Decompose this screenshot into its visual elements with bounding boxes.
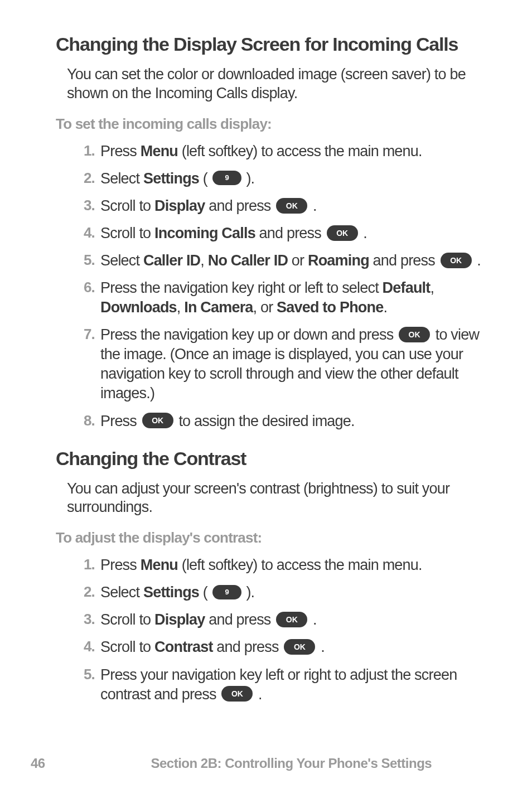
settings-label: Settings [143, 170, 199, 187]
text: . [360, 225, 367, 241]
heading-incoming-calls: Changing the Display Screen for Incoming… [56, 33, 482, 55]
step-1: Press Menu (left softkey) to access the … [72, 555, 482, 575]
text: Select [100, 252, 143, 269]
step-7: Press the navigation key up or down and … [72, 325, 482, 403]
step-6: Press the navigation key right or left t… [72, 278, 482, 317]
step-2: Select Settings ( 9 ). [72, 169, 482, 188]
menu-label: Menu [141, 557, 178, 573]
text: Scroll to [100, 225, 154, 241]
text: and press [205, 611, 275, 628]
key-ok-icon: OK [276, 612, 307, 627]
text: or [288, 252, 308, 269]
section-incoming-calls: Changing the Display Screen for Incoming… [56, 33, 482, 431]
text: . [383, 299, 387, 316]
text: Press your navigation key left or right … [100, 666, 457, 703]
key-ok-icon: OK [399, 327, 430, 342]
text: and press [369, 252, 439, 269]
step-2: Select Settings ( 9 ). [72, 583, 482, 602]
display-label: Display [154, 197, 205, 214]
text: (left softkey) to access the main menu. [178, 557, 422, 573]
label-incoming-calls: To set the incoming calls display: [56, 115, 482, 133]
heading-contrast: Changing the Contrast [56, 448, 482, 470]
key-ok-icon: OK [142, 413, 173, 428]
text: . [254, 686, 262, 703]
text: , [200, 252, 207, 269]
display-label: Display [154, 611, 205, 628]
footer-section-title: Section 2B: Controlling Your Phone's Set… [45, 756, 482, 771]
callerid-label: Caller ID [143, 252, 200, 269]
settings-label: Settings [143, 584, 199, 601]
section-contrast: Changing the Contrast You can adjust you… [56, 448, 482, 704]
label-contrast: To adjust the display's contrast: [56, 529, 482, 546]
roaming-label: Roaming [308, 252, 369, 269]
step-4: Scroll to Incoming Calls and press OK . [72, 224, 482, 243]
steps-contrast: Press Menu (left softkey) to access the … [72, 555, 482, 704]
downloads-label: Downloads [100, 299, 177, 316]
key-ok-icon: OK [441, 253, 472, 268]
intro-incoming-calls: You can set the color or downloaded imag… [67, 65, 482, 103]
text: ( [199, 170, 211, 187]
text: ). [243, 584, 255, 601]
text: . [317, 639, 324, 655]
text: Scroll to [100, 611, 154, 628]
text: , [431, 279, 434, 296]
key-ok-icon: OK [276, 198, 307, 214]
step-8: Press OK to assign the desired image. [72, 412, 482, 431]
text: and press [213, 639, 283, 655]
text: , [177, 299, 184, 316]
contrast-label: Contrast [154, 639, 213, 655]
step-4: Scroll to Contrast and press OK . [72, 637, 482, 657]
text: Press the navigation key up or down and … [100, 326, 397, 343]
step-5: Select Caller ID, No Caller ID or Roamin… [72, 251, 482, 270]
menu-label: Menu [141, 143, 178, 159]
step-1: Press Menu (left softkey) to access the … [72, 142, 482, 161]
key-9-icon: 9 [212, 171, 241, 185]
text: to assign the desired image. [175, 413, 355, 429]
text: Select [100, 584, 143, 601]
incamera-label: In Camera [184, 299, 253, 316]
text: ). [243, 170, 255, 187]
steps-incoming-calls: Press Menu (left softkey) to access the … [72, 142, 482, 431]
text: ( [199, 584, 211, 601]
text: Press the navigation key right or left t… [100, 279, 383, 296]
text: . [309, 611, 316, 628]
nocallerid-label: No Caller ID [208, 252, 288, 269]
key-9-icon: 9 [212, 585, 241, 599]
key-ok-icon: OK [284, 639, 315, 655]
text: and press [205, 197, 275, 214]
text: Scroll to [100, 639, 154, 655]
text: Press [100, 143, 141, 159]
default-label: Default [383, 279, 431, 296]
page-footer: 46 Section 2B: Controlling Your Phone's … [0, 756, 532, 771]
text: Press [100, 413, 141, 429]
text: , or [253, 299, 277, 316]
text: . [473, 252, 481, 269]
step-5: Press your navigation key left or right … [72, 665, 482, 704]
text: . [309, 197, 316, 214]
text: (left softkey) to access the main menu. [178, 143, 422, 159]
savedtophone-label: Saved to Phone [277, 299, 383, 316]
step-3: Scroll to Display and press OK . [72, 196, 482, 216]
key-ok-icon: OK [327, 225, 358, 241]
incoming-calls-label: Incoming Calls [154, 225, 255, 241]
key-ok-icon: OK [221, 686, 253, 702]
text: Scroll to [100, 197, 154, 214]
text: and press [255, 225, 325, 241]
text: Press [100, 557, 141, 573]
step-3: Scroll to Display and press OK . [72, 610, 482, 630]
page-number: 46 [31, 756, 45, 771]
text: Select [100, 170, 143, 187]
intro-contrast: You can adjust your screen's contrast (b… [67, 480, 482, 518]
